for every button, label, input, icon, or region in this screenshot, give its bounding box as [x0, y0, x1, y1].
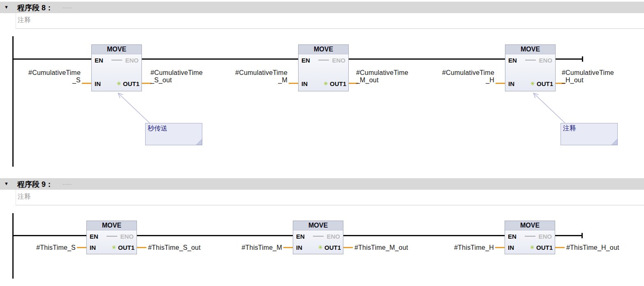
- folded-corner-icon: [611, 139, 617, 145]
- move-block[interactable]: MOVE EN ENO IN ✳OUT1: [505, 221, 555, 254]
- comment-arrow: [533, 93, 565, 123]
- port-eno[interactable]: ENO: [120, 233, 134, 240]
- rung-wire: [137, 235, 293, 236]
- operand-label[interactable]: #ThisTime_H: [420, 244, 494, 251]
- port-eno[interactable]: ENO: [332, 57, 345, 64]
- operand-wire: [343, 247, 353, 248]
- comment-placeholder[interactable]: 注释: [16, 190, 644, 201]
- collapse-icon[interactable]: ▼: [4, 5, 9, 9]
- block-title[interactable]: MOVE: [505, 45, 555, 54]
- port-out1[interactable]: OUT1: [330, 80, 346, 87]
- rung-wire: [142, 58, 298, 60]
- network-9-title[interactable]: 程序段 9：: [17, 179, 53, 189]
- rung-wire: [349, 58, 505, 60]
- operand-line[interactable]: #CumulativeTime: [562, 69, 644, 77]
- network-8-title[interactable]: 程序段 8：: [17, 3, 53, 13]
- port-en[interactable]: EN: [90, 233, 98, 240]
- operand-line[interactable]: #ThisTime_H_out: [566, 244, 644, 251]
- en-eno-connector: [313, 236, 324, 237]
- add-output-icon[interactable]: ✳: [323, 81, 328, 87]
- operand-line[interactable]: #ThisTime_H: [420, 244, 494, 251]
- port-out1[interactable]: OUT1: [536, 244, 553, 251]
- operand-line[interactable]: #CumulativeTime: [213, 69, 287, 77]
- operand-wire: [289, 83, 298, 84]
- operand-line[interactable]: #CumulativeTime: [420, 69, 494, 77]
- operand-label[interactable]: #CumulativeTime _S: [7, 69, 81, 84]
- ladder-editor: ▼ 程序段 8： ..... 注释 MOVE EN ENO IN ✳OUT1 M…: [0, 0, 644, 286]
- port-out1[interactable]: OUT1: [324, 244, 341, 251]
- operand-label[interactable]: #ThisTime_H_out: [566, 244, 644, 251]
- operand-line[interactable]: #ThisTime_S: [2, 244, 76, 251]
- network-8-header-bar[interactable]: ▼ 程序段 8： .....: [0, 2, 644, 13]
- port-eno[interactable]: ENO: [327, 233, 340, 240]
- operand-line[interactable]: _M: [213, 77, 287, 84]
- port-en[interactable]: EN: [296, 233, 305, 240]
- move-block[interactable]: MOVE EN ENO IN ✳OUT1: [298, 44, 349, 91]
- operand-line[interactable]: #ThisTime_M: [208, 244, 282, 251]
- move-block[interactable]: MOVE EN ENO IN ✳OUT1: [505, 44, 556, 91]
- port-in[interactable]: IN: [296, 244, 302, 251]
- add-output-icon[interactable]: ✳: [530, 244, 535, 251]
- rung-wire: [343, 235, 505, 236]
- collapse-icon[interactable]: ▼: [4, 181, 9, 186]
- en-eno-connector: [107, 236, 117, 237]
- operand-label[interactable]: #CumulativeTime _H: [420, 69, 494, 84]
- port-eno[interactable]: ENO: [538, 233, 552, 240]
- port-in[interactable]: IN: [90, 244, 96, 251]
- operand-line[interactable]: _H_out: [562, 77, 644, 84]
- network-8-title-placeholder[interactable]: .....: [63, 3, 72, 9]
- operand-label[interactable]: #CumulativeTime _M: [213, 69, 287, 84]
- port-in[interactable]: IN: [301, 80, 308, 87]
- port-out1[interactable]: OUT1: [123, 80, 139, 87]
- network-9-comment-field[interactable]: 注释: [16, 190, 644, 205]
- comment-placeholder[interactable]: 注释: [16, 13, 644, 25]
- port-out1[interactable]: OUT1: [118, 244, 134, 251]
- operand-label[interactable]: #ThisTime_S: [2, 244, 76, 251]
- port-in[interactable]: IN: [95, 80, 101, 87]
- en-eno-connector: [111, 60, 122, 60]
- network-9-title-placeholder[interactable]: .....: [63, 180, 72, 186]
- port-en[interactable]: EN: [301, 57, 310, 64]
- block-title[interactable]: MOVE: [92, 45, 141, 54]
- block-title[interactable]: MOVE: [293, 221, 343, 230]
- add-output-icon[interactable]: ✳: [111, 244, 116, 251]
- port-en[interactable]: EN: [508, 233, 517, 240]
- network-9-header-bar[interactable]: ▼ 程序段 9： .....: [0, 178, 644, 190]
- comment-box[interactable]: 注释: [561, 123, 618, 145]
- move-block[interactable]: MOVE EN ENO IN ✳OUT1: [293, 221, 343, 254]
- port-en[interactable]: EN: [95, 57, 103, 64]
- operand-line[interactable]: _H: [420, 77, 494, 84]
- move-block[interactable]: MOVE EN ENO IN ✳OUT1: [86, 221, 137, 254]
- block-title[interactable]: MOVE: [505, 221, 555, 230]
- operand-wire: [82, 83, 91, 84]
- port-eno[interactable]: ENO: [539, 57, 552, 64]
- add-output-icon[interactable]: ✳: [530, 81, 535, 87]
- add-output-icon[interactable]: ✳: [116, 81, 121, 87]
- operand-label[interactable]: #CumulativeTime _H_out: [562, 69, 644, 84]
- rung-wire: [12, 58, 91, 60]
- operand-wire: [496, 83, 505, 84]
- operand-wire: [555, 247, 565, 248]
- comment-box-text[interactable]: 秒传送: [146, 123, 202, 133]
- operand-label[interactable]: #ThisTime_M: [208, 244, 282, 251]
- add-output-icon[interactable]: ✳: [318, 244, 323, 251]
- block-title[interactable]: MOVE: [299, 45, 348, 54]
- rung-wire: [12, 235, 86, 236]
- rung-end-tick: [582, 56, 583, 62]
- port-eno[interactable]: ENO: [125, 57, 139, 64]
- port-out1[interactable]: OUT1: [537, 80, 553, 87]
- comment-box[interactable]: 秒传送: [145, 123, 202, 145]
- operand-wire: [137, 247, 146, 248]
- block-title[interactable]: MOVE: [87, 221, 137, 230]
- comment-box-text[interactable]: 注释: [561, 123, 617, 133]
- operand-line[interactable]: _S: [7, 77, 81, 84]
- move-block[interactable]: MOVE EN ENO IN ✳OUT1: [91, 44, 142, 91]
- port-in[interactable]: IN: [508, 244, 514, 251]
- comment-arrow: [118, 93, 150, 123]
- port-in[interactable]: IN: [508, 80, 514, 87]
- port-en[interactable]: EN: [508, 57, 517, 64]
- operand-wire: [495, 247, 505, 248]
- network-8-comment-field[interactable]: 注释: [16, 13, 644, 29]
- operand-line[interactable]: #CumulativeTime: [7, 69, 81, 77]
- operand-wire: [142, 83, 151, 84]
